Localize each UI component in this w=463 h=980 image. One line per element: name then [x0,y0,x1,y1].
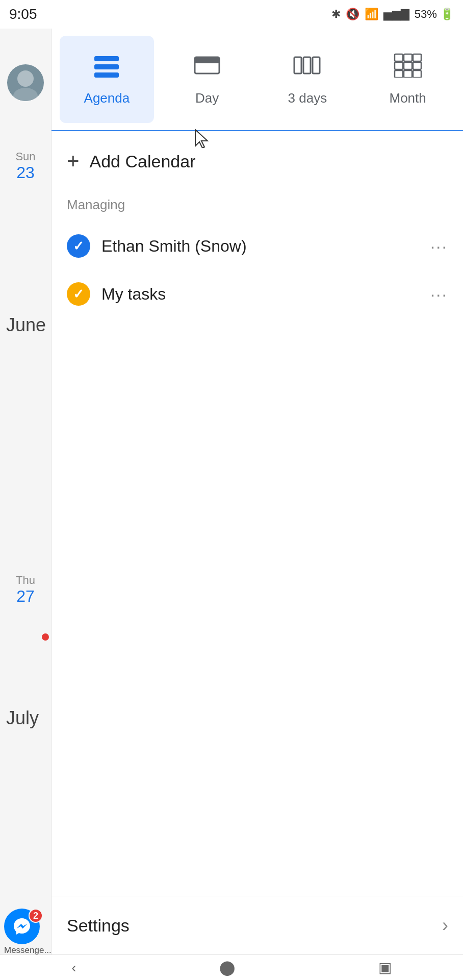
battery-icon: 53% 🔋 [415,8,454,21]
tab-month-label: Month [389,90,426,106]
svg-rect-14 [404,62,412,69]
signal-icon: ▅▆▇ [383,8,409,21]
svg-rect-12 [413,54,421,61]
svg-rect-3 [94,64,119,69]
tab-3days-label: 3 days [288,90,327,106]
tasks-checkmark: ✓ [73,286,84,302]
svg-rect-2 [94,56,119,61]
event-dot [42,633,49,641]
tab-day[interactable]: Day [160,36,254,123]
section-managing-label: Managing [52,192,463,222]
status-bar: 9:05 ✱ 🔇 📶 ▅▆▇ 53% 🔋 [0,0,463,29]
mute-icon: 🔇 [346,8,359,21]
svg-rect-18 [413,70,421,78]
view-tabs: Agenda Day 3 days [52,29,463,131]
messenger-label: Messenge... [4,945,45,955]
svg-rect-9 [313,57,320,74]
back-button[interactable]: ‹ [61,955,86,980]
3days-icon [293,53,322,83]
avatar-circle [7,64,44,101]
avatar [0,57,51,108]
svg-rect-13 [395,62,403,69]
svg-rect-17 [404,70,412,78]
tasks-calendar-name: My tasks [101,285,419,304]
wifi-icon: 📶 [365,8,378,21]
settings-chevron-icon: › [442,915,448,936]
bluetooth-icon: ✱ [331,8,341,21]
svg-rect-7 [294,57,301,74]
settings-label: Settings [67,916,442,936]
svg-rect-11 [404,54,412,61]
settings-row[interactable]: Settings › [52,896,463,954]
tab-agenda-label: Agenda [84,90,130,106]
bg-day-thu: Thu 27 [0,570,51,606]
messenger-shortcut[interactable]: 2 Messenge... [4,909,45,949]
tasks-check-circle[interactable]: ✓ [67,282,90,306]
tab-month[interactable]: Month [361,36,455,123]
bg-month-june: June [0,314,51,336]
month-icon [394,53,422,83]
bg-month-july: July [0,707,51,729]
tab-agenda[interactable]: Agenda [60,36,154,123]
agenda-icon [92,53,121,83]
add-calendar-label: Add Calendar [90,152,196,172]
home-button[interactable]: ⬤ [209,955,245,980]
svg-point-0 [17,70,34,87]
bottom-nav: ‹ ⬤ ▣ [0,954,463,980]
calendar-item-ethan: ✓ Ethan Smith (Snow) ··· [52,222,463,270]
calendar-item-tasks: ✓ My tasks ··· [52,270,463,318]
messenger-badge: 2 [29,909,43,923]
status-icons: ✱ 🔇 📶 ▅▆▇ 53% 🔋 [331,8,454,21]
tab-3days[interactable]: 3 days [261,36,355,123]
overlay-panel: Agenda Day 3 days [51,29,463,980]
svg-marker-19 [195,130,208,148]
ethan-more-button[interactable]: ··· [430,236,448,256]
ethan-calendar-name: Ethan Smith (Snow) [101,237,419,256]
svg-rect-10 [395,54,403,61]
recents-button[interactable]: ▣ [368,955,402,980]
add-icon: + [67,149,80,174]
svg-point-1 [13,88,38,101]
bg-day-sun: Sun 23 [0,146,51,182]
tab-day-label: Day [195,90,219,106]
tasks-more-button[interactable]: ··· [430,284,448,304]
svg-rect-15 [413,62,421,69]
calendar-background: Sun 23 June Thu 27 July 2 Messenge... [0,29,51,980]
svg-rect-6 [195,57,219,63]
svg-rect-16 [395,70,403,78]
mouse-cursor [194,129,209,148]
svg-rect-4 [94,72,119,78]
ethan-checkmark: ✓ [73,238,84,254]
svg-rect-8 [303,57,311,74]
day-icon [193,53,221,83]
add-calendar-row[interactable]: + Add Calendar [52,131,463,192]
ethan-check-circle[interactable]: ✓ [67,234,90,258]
status-time: 9:05 [9,6,37,22]
